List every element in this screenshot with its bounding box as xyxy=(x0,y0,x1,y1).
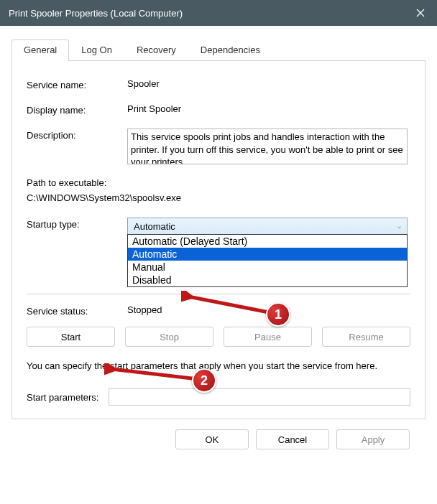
annotation-badge-1: 1 xyxy=(266,302,290,327)
window-title: Print Spooler Properties (Local Computer… xyxy=(9,8,183,19)
service-name-value: Spooler xyxy=(127,78,410,89)
resume-button: Resume xyxy=(322,327,410,347)
path-value: C:\WINDOWS\System32\spoolsv.exe xyxy=(27,192,410,203)
display-name-label: Display name: xyxy=(27,103,127,116)
cancel-button[interactable]: Cancel xyxy=(256,429,329,449)
startup-type-selected: Automatic xyxy=(134,221,175,232)
start-params-input[interactable] xyxy=(109,388,410,406)
start-button[interactable]: Start xyxy=(27,327,115,347)
startup-type-select[interactable]: Automatic ⌵ xyxy=(127,218,408,235)
tab-general[interactable]: General xyxy=(12,39,69,61)
option-automatic[interactable]: Automatic xyxy=(128,248,407,261)
service-name-label: Service name: xyxy=(27,78,127,90)
path-label: Path to executable: xyxy=(27,177,410,188)
apply-button: Apply xyxy=(336,429,410,449)
separator xyxy=(27,294,410,294)
service-status-label: Service status: xyxy=(27,304,127,317)
ok-button[interactable]: OK xyxy=(175,429,249,449)
startup-type-dropdown: Automatic (Delayed Start) Automatic Manu… xyxy=(127,234,408,287)
tab-strip: General Log On Recovery Dependencies xyxy=(12,39,426,61)
dialog-footer: OK Cancel Apply xyxy=(12,419,426,449)
chevron-down-icon: ⌵ xyxy=(397,223,401,230)
general-panel: Service name: Spooler Display name: Prin… xyxy=(12,61,426,419)
pause-button: Pause xyxy=(224,327,312,347)
option-disabled[interactable]: Disabled xyxy=(128,274,407,286)
display-name-value: Print Spooler xyxy=(127,103,410,114)
option-manual[interactable]: Manual xyxy=(128,261,407,274)
startup-type-label: Startup type: xyxy=(27,218,127,230)
annotation-badge-2: 2 xyxy=(192,368,216,393)
stop-button: Stop xyxy=(125,327,213,347)
help-text: You can specify the start parameters tha… xyxy=(27,360,410,373)
titlebar: Print Spooler Properties (Local Computer… xyxy=(0,0,437,26)
close-button[interactable] xyxy=(404,0,437,26)
description-label: Description: xyxy=(27,129,127,141)
close-icon xyxy=(416,9,425,17)
service-status-value: Stopped xyxy=(127,304,162,317)
tab-recovery[interactable]: Recovery xyxy=(124,39,188,61)
tab-logon[interactable]: Log On xyxy=(69,39,124,61)
tab-dependencies[interactable]: Dependencies xyxy=(188,39,272,61)
start-params-label: Start parameters: xyxy=(27,392,98,403)
option-automatic-delayed[interactable]: Automatic (Delayed Start) xyxy=(128,235,407,248)
description-value[interactable]: This service spools print jobs and handl… xyxy=(127,129,408,164)
